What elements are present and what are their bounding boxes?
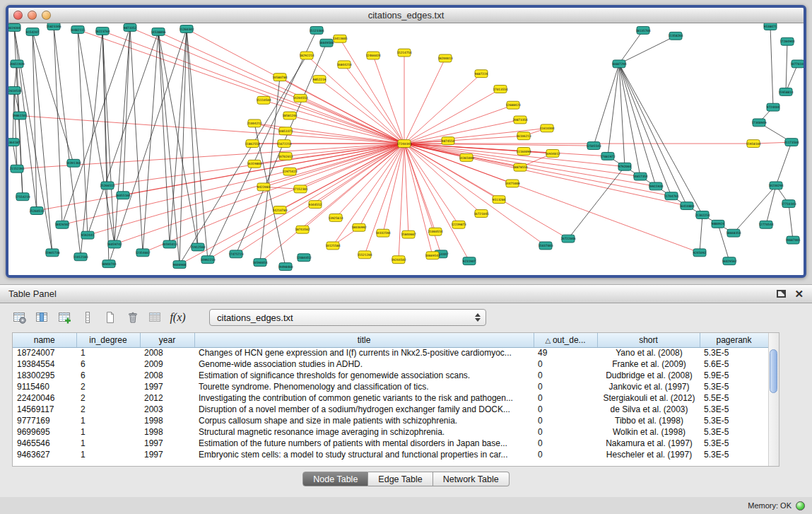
network-edge[interactable]	[78, 30, 114, 245]
network-node[interactable]: 17152301	[293, 185, 307, 193]
table-row[interactable]: 911546021997Tourette syndrome. Phenomeno…	[13, 381, 768, 392]
network-edge[interactable]	[33, 32, 52, 252]
network-edge[interactable]	[404, 74, 481, 144]
network-node[interactable]: 13925614	[328, 214, 343, 221]
network-edge[interactable]	[619, 64, 702, 215]
network-node[interactable]: 15123304	[309, 26, 324, 34]
network-edge[interactable]	[143, 32, 158, 252]
network-node[interactable]: 17554219	[15, 193, 30, 201]
network-node[interactable]: 18135704	[635, 26, 650, 34]
network-edge[interactable]	[54, 26, 62, 225]
network-edge[interactable]	[180, 29, 187, 264]
network-node[interactable]: 21152391	[9, 165, 24, 173]
network-node[interactable]: 16059742	[107, 240, 122, 248]
network-node[interactable]: 16687294	[611, 60, 626, 68]
network-node[interactable]: 18940744	[101, 260, 116, 268]
column-header-out_de[interactable]: △ out_de...	[534, 333, 597, 347]
network-node[interactable]: 16319804	[247, 160, 261, 168]
network-node[interactable]: 11704761	[664, 192, 678, 200]
network-node[interactable]: 10853372	[278, 127, 293, 135]
network-edge[interactable]	[336, 144, 404, 218]
table-row[interactable]: 969969511998Structural magnetic resonanc…	[13, 426, 768, 438]
table-row[interactable]: 1456911722003Disruption of a novel membe…	[13, 404, 768, 415]
network-node[interactable]: 18426502	[54, 221, 69, 228]
network-edge[interactable]	[770, 26, 773, 107]
network-edge[interactable]	[130, 28, 404, 144]
network-node[interactable]: 9792064	[618, 163, 632, 170]
network-node[interactable]: 15110504	[256, 96, 271, 104]
network-node[interactable]: 11975423	[282, 168, 297, 175]
network-node[interactable]: 14204553	[293, 94, 307, 102]
network-node[interactable]: 17081972	[600, 152, 615, 160]
network-node[interactable]: 12466024	[365, 52, 380, 59]
table-row[interactable]: 946554611997Estimation of the future num…	[13, 438, 768, 449]
table-row[interactable]: 1872400712008Changes of HCN gene express…	[13, 347, 768, 358]
table-row[interactable]: 977716911998Corpus callosum shape and si…	[13, 415, 768, 426]
network-node[interactable]: 16721045	[473, 210, 488, 218]
network-node[interactable]: 10776104	[790, 60, 804, 68]
network-node[interactable]: 12770544	[758, 221, 773, 228]
network-node[interactable]: 9874554	[442, 137, 455, 145]
network-edge[interactable]	[187, 29, 404, 144]
table-scroll-area[interactable]: namein_degreeyeartitle△ out_de...shortpa…	[13, 333, 768, 466]
network-node[interactable]: 16934012	[545, 149, 560, 157]
network-node[interactable]: 17013554	[493, 86, 507, 93]
network-edge[interactable]	[130, 28, 143, 252]
network-edge[interactable]	[404, 144, 568, 238]
network-node[interactable]: 9422083	[257, 183, 271, 191]
column-header-title[interactable]: title	[194, 333, 534, 347]
network-edge[interactable]	[114, 28, 130, 245]
show-columns-icon[interactable]	[33, 309, 52, 326]
network-edge[interactable]	[594, 64, 619, 146]
network-node[interactable]: 15840667	[401, 230, 416, 238]
tab-edge-table[interactable]: Edge Table	[368, 472, 433, 486]
network-node[interactable]: 10391364	[66, 159, 81, 167]
network-edge[interactable]	[404, 144, 469, 261]
network-node[interactable]: 13413605	[332, 35, 347, 42]
network-node[interactable]: 16055166	[115, 192, 130, 199]
network-node[interactable]: 18878554	[512, 163, 527, 171]
network-node[interactable]: 20873354	[512, 116, 527, 124]
float-panel-icon[interactable]	[777, 290, 786, 298]
network-node[interactable]: 21173504	[784, 139, 799, 146]
network-node[interactable]: 10590054	[252, 259, 267, 267]
network-node[interactable]: 14992210	[200, 256, 215, 264]
network-edge[interactable]	[170, 29, 187, 245]
network-node[interactable]: 9538471	[764, 23, 777, 30]
network-node[interactable]: 17710343	[781, 200, 796, 208]
network-node[interactable]: 15364187	[8, 139, 20, 146]
network-node[interactable]: 9687224	[475, 70, 488, 78]
network-node[interactable]: 14210783	[272, 206, 287, 214]
network-node[interactable]: 18200013	[437, 54, 452, 62]
column-header-name[interactable]: name	[13, 333, 76, 347]
network-node[interactable]: 15521204	[357, 251, 372, 259]
network-view[interactable]: 8619304915420715823346104821151822376498…	[8, 23, 804, 275]
network-node[interactable]: 21912560	[190, 243, 205, 251]
network-edge[interactable]	[700, 215, 702, 252]
network-node[interactable]: 18581204	[282, 112, 297, 119]
create-column-icon[interactable]	[55, 309, 74, 326]
close-panel-icon[interactable]: ✕	[794, 288, 804, 299]
vertical-scrollbar[interactable]	[768, 333, 779, 466]
network-node[interactable]: 15958104	[746, 140, 760, 148]
network-node[interactable]: 20651939	[9, 60, 24, 68]
network-node[interactable]: 11862553	[245, 140, 259, 148]
network-node[interactable]: 17475723	[228, 250, 243, 258]
network-edge[interactable]	[109, 29, 187, 264]
network-node[interactable]: 17240341	[396, 140, 411, 148]
network-node[interactable]: 17348949	[751, 119, 766, 127]
network-node[interactable]: 9606968	[173, 261, 187, 269]
network-node[interactable]: 9245092	[693, 249, 707, 257]
network-node[interactable]: 17284944	[779, 37, 794, 45]
network-node[interactable]: 15214754	[396, 49, 411, 57]
table-row[interactable]: 1830029562008Estimation of significance …	[13, 370, 768, 381]
scrollbar-thumb[interactable]	[770, 349, 777, 393]
network-edge[interactable]	[404, 144, 459, 225]
network-node[interactable]: 15823346	[46, 23, 61, 30]
network-node[interactable]: 19687001	[785, 236, 800, 244]
tab-node-table[interactable]: Node Table	[302, 472, 368, 486]
network-node[interactable]: 12084452	[296, 254, 311, 262]
network-node[interactable]: 11358264	[668, 32, 683, 40]
network-node[interactable]: 18743562	[295, 226, 310, 233]
network-node[interactable]: 15905738	[45, 249, 59, 257]
